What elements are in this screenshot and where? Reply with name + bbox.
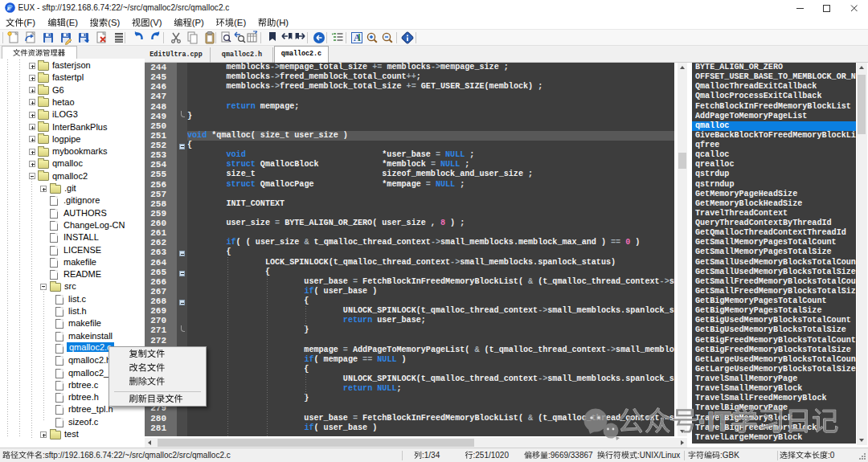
svg-text:E: E bbox=[6, 6, 11, 12]
